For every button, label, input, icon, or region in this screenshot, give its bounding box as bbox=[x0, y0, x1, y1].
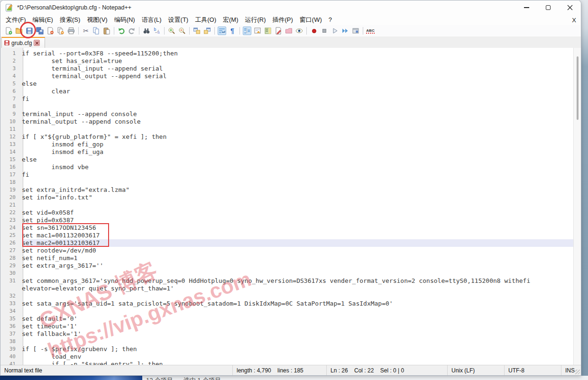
function-list-icon[interactable] bbox=[253, 27, 262, 35]
menu-close-document-button[interactable]: X bbox=[572, 17, 576, 24]
menu-item-6[interactable]: 设置(T) bbox=[165, 15, 192, 25]
vertical-scrollbar[interactable] bbox=[573, 48, 581, 366]
menu-item-5[interactable]: 语言(L) bbox=[138, 15, 165, 25]
window-title: *D:\Personal\Desktop\grub.cfg - Notepad+… bbox=[17, 4, 131, 11]
code-line-12[interactable]: 12if [ x"${grub_platform}" = xefi ]; the… bbox=[0, 133, 573, 141]
code-line-8[interactable]: 8 bbox=[0, 103, 573, 110]
code-line-5[interactable]: 5else bbox=[0, 80, 573, 88]
code-line-27[interactable]: 27set rootdev=/dev/md0 bbox=[0, 247, 573, 254]
code-line-4[interactable]: 4 terminal_output --append serial bbox=[0, 72, 573, 80]
text-editor[interactable]: 1if serial --port=0x3F8 --speed=115200;t… bbox=[0, 48, 581, 366]
code-line-wrap[interactable]: elevator=elevator quiet syno_port_thaw=1… bbox=[0, 285, 573, 292]
code-line-7[interactable]: 7fi bbox=[0, 95, 573, 103]
code-line-33[interactable]: 33set sata_args='sata_uid=1 sata_pcislot… bbox=[0, 300, 573, 308]
sync-scroll-horizontal-icon[interactable] bbox=[203, 27, 211, 35]
menu-item-12[interactable]: ? bbox=[325, 15, 335, 25]
close-all-icon[interactable] bbox=[56, 27, 65, 35]
minimize-button[interactable] bbox=[515, 0, 537, 15]
menu-item-0[interactable]: 文件(F) bbox=[2, 15, 29, 25]
spell-check-icon[interactable]: ABC bbox=[366, 27, 375, 35]
show-all-characters-icon[interactable]: ¶ bbox=[228, 27, 237, 35]
menu-item-7[interactable]: 工具(O) bbox=[192, 15, 220, 25]
cut-icon[interactable]: ✂ bbox=[82, 27, 90, 35]
close-button[interactable] bbox=[559, 0, 581, 15]
code-line-24[interactable]: 24set sn=3617ODN123456 bbox=[0, 224, 573, 232]
monitoring-icon[interactable] bbox=[295, 27, 303, 35]
code-line-20[interactable]: 20set info="info.txt" bbox=[0, 194, 573, 201]
macro-run-multiple-icon[interactable] bbox=[341, 27, 349, 35]
code-line-1[interactable]: 1if serial --port=0x3F8 --speed=115200;t… bbox=[0, 50, 573, 57]
code-line-17[interactable]: 17fi bbox=[0, 171, 573, 179]
code-line-3[interactable]: 3 terminal_input --append serial bbox=[0, 65, 573, 72]
menu-item-8[interactable]: 宏(M) bbox=[220, 15, 242, 25]
sync-scroll-vertical-icon[interactable] bbox=[193, 27, 201, 35]
macro-record-icon[interactable] bbox=[310, 27, 318, 35]
find-icon[interactable] bbox=[142, 27, 151, 35]
code-line-40[interactable]: 40 load_env bbox=[0, 353, 573, 361]
code-line-10[interactable]: 10terminal_output --append console bbox=[0, 118, 573, 126]
zoom-in-icon[interactable] bbox=[167, 27, 176, 35]
code-line-36[interactable]: 36set timeout='1' bbox=[0, 323, 573, 330]
code-line-37[interactable]: 37set fallback='1' bbox=[0, 330, 573, 338]
line-number: 11 bbox=[0, 126, 19, 133]
code-line-29[interactable]: 29set extra_args_3617='' bbox=[0, 262, 573, 270]
code-line-30[interactable]: 30 bbox=[0, 270, 573, 277]
code-line-21[interactable]: 21 bbox=[0, 201, 573, 209]
code-line-39[interactable]: 39if [ -s $prefix/grubenv ]; then bbox=[0, 345, 573, 353]
line-text: insmod efi_gop bbox=[19, 141, 573, 148]
save-all-icon[interactable] bbox=[36, 27, 44, 35]
scrollbar-thumb[interactable] bbox=[577, 56, 579, 120]
code-line-2[interactable]: 2 set has_serial=true bbox=[0, 57, 573, 65]
code-line-13[interactable]: 13 insmod efi_gop bbox=[0, 141, 573, 148]
zoom-out-icon[interactable] bbox=[178, 27, 186, 35]
redo-icon[interactable] bbox=[128, 27, 136, 35]
code-line-38[interactable]: 38 bbox=[0, 338, 573, 345]
macro-save-icon[interactable] bbox=[351, 27, 360, 35]
word-wrap-icon[interactable] bbox=[218, 27, 226, 35]
code-line-11[interactable]: 11 bbox=[0, 126, 573, 133]
code-line-26[interactable]: 26set mac2=001132103617 bbox=[0, 239, 573, 247]
tab-close-button[interactable] bbox=[34, 40, 40, 46]
open-file-icon[interactable] bbox=[15, 27, 23, 35]
code-line-18[interactable]: 18 bbox=[0, 179, 573, 186]
code-line-6[interactable]: 6 clear bbox=[0, 88, 573, 95]
menu-item-1[interactable]: 编辑(E) bbox=[29, 15, 56, 25]
code-line-23[interactable]: 23set pid=0x6387 bbox=[0, 217, 573, 224]
resize-grip[interactable] bbox=[575, 370, 580, 374]
code-line-22[interactable]: 22set vid=0x058f bbox=[0, 209, 573, 217]
code-line-14[interactable]: 14 insmod efi_uga bbox=[0, 148, 573, 156]
tab-grub-cfg[interactable]: grub.cfg bbox=[1, 37, 45, 48]
menu-item-11[interactable]: 窗口(W) bbox=[296, 15, 325, 25]
code-line-31[interactable]: 31set common_args_3617='syno_hdd_powerup… bbox=[0, 277, 573, 285]
line-number: 15 bbox=[0, 156, 19, 163]
menu-item-4[interactable]: 编码(N) bbox=[111, 15, 138, 25]
folder-as-workspace-icon[interactable] bbox=[285, 27, 293, 35]
code-line-25[interactable]: 25set mac1=001132003617 bbox=[0, 232, 573, 239]
maximize-button[interactable] bbox=[537, 0, 559, 15]
menu-item-3[interactable]: 视图(V) bbox=[83, 15, 110, 25]
document-map-icon[interactable] bbox=[264, 27, 272, 35]
menu-item-10[interactable]: 插件(P) bbox=[269, 15, 296, 25]
menu-item-9[interactable]: 运行(R) bbox=[241, 15, 269, 25]
code-line-15[interactable]: 15else bbox=[0, 156, 573, 163]
save-icon[interactable] bbox=[25, 27, 34, 35]
code-line-9[interactable]: 9terminal_input --append console bbox=[0, 110, 573, 118]
paste-icon[interactable] bbox=[102, 27, 111, 35]
code-line-35[interactable]: 35set default='0' bbox=[0, 315, 573, 323]
undo-icon[interactable] bbox=[117, 27, 126, 35]
show-indent-guide-icon[interactable] bbox=[243, 27, 251, 35]
macro-play-icon[interactable] bbox=[331, 27, 339, 35]
new-file-icon[interactable] bbox=[4, 27, 13, 35]
macro-stop-icon[interactable] bbox=[320, 27, 329, 35]
copy-icon[interactable] bbox=[92, 27, 101, 35]
code-line-34[interactable]: 34 bbox=[0, 308, 573, 315]
replace-icon[interactable]: ba bbox=[153, 27, 161, 35]
menu-item-2[interactable]: 搜索(S) bbox=[56, 15, 83, 25]
code-line-19[interactable]: 19set extra_initrd="extra.lzma" bbox=[0, 186, 573, 194]
close-file-icon[interactable] bbox=[46, 27, 55, 35]
document-list-icon[interactable] bbox=[274, 27, 283, 35]
code-line-16[interactable]: 16 insmod vbe bbox=[0, 163, 573, 171]
code-line-32[interactable]: 32 bbox=[0, 292, 573, 300]
print-icon[interactable] bbox=[67, 27, 75, 35]
code-line-28[interactable]: 28set netif_num=1 bbox=[0, 254, 573, 262]
